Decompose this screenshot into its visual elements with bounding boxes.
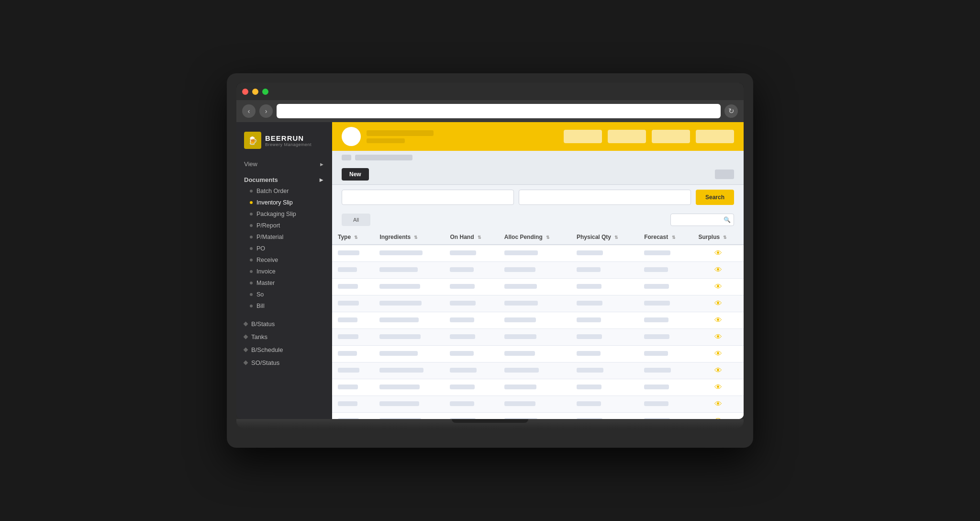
documents-group[interactable]: Documents ► [236, 173, 332, 185]
header-button-2[interactable] [608, 130, 646, 143]
sidebar-item-receive[interactable]: Receive [236, 254, 332, 266]
type-all-button[interactable]: All [342, 214, 370, 226]
view-icon[interactable]: 👁 [714, 316, 722, 324]
sidebar-item-bstatus[interactable]: B/Status [236, 317, 332, 330]
maximize-button[interactable] [262, 89, 268, 95]
sidebar-item-master[interactable]: Master [236, 277, 332, 289]
pmaterial-label: P/Material [256, 234, 283, 240]
sidebar-item-bschedule[interactable]: B/Schedule [236, 343, 332, 356]
view-icon[interactable]: 👁 [714, 366, 722, 374]
cell-surplus[interactable]: 👁 [692, 245, 744, 262]
cell-on-hand [444, 413, 498, 419]
sidebar-item-bill[interactable]: Bill [236, 300, 332, 312]
cell-on-hand [444, 245, 498, 262]
view-icon[interactable]: 👁 [714, 333, 722, 341]
batch-order-label: Batch Order [256, 188, 289, 194]
table-row: 👁 [332, 396, 744, 413]
col-physical-qty[interactable]: Physical Qty ⇅ [571, 230, 638, 245]
header-button-4[interactable] [696, 130, 734, 143]
sidebar-item-tanks[interactable]: Tanks [236, 330, 332, 343]
data-table: Type ⇅ Ingredients ⇅ On Hand ⇅ [332, 230, 744, 419]
refresh-button[interactable]: ↻ [724, 104, 738, 118]
search-box[interactable]: 🔍 [670, 214, 734, 226]
view-icon[interactable]: 👁 [714, 350, 722, 358]
search-button[interactable]: Search [696, 190, 734, 205]
sort-icon: ⇅ [672, 235, 676, 240]
diamond-icon [244, 348, 248, 352]
view-icon[interactable]: 👁 [714, 249, 722, 257]
breadcrumb-text [355, 155, 412, 160]
cell-surplus[interactable]: 👁 [692, 346, 744, 362]
sort-icon: ⇅ [354, 235, 358, 240]
back-button[interactable]: ‹ [242, 104, 256, 118]
col-type[interactable]: Type ⇅ [332, 230, 374, 245]
sidebar-item-preport[interactable]: P/Report [236, 220, 332, 231]
cell-forecast [638, 379, 692, 396]
sidebar-item-pmaterial[interactable]: P/Material [236, 231, 332, 243]
user-name-placeholder [367, 130, 434, 136]
header-button-1[interactable] [564, 130, 602, 143]
cell-physical-qty [571, 329, 638, 346]
sidebar-view-section: View ► [236, 157, 332, 171]
filter-input-2[interactable] [519, 190, 691, 205]
sidebar-item-sostatus[interactable]: SO/Status [236, 356, 332, 369]
minimize-button[interactable] [252, 89, 258, 95]
cell-surplus[interactable]: 👁 [692, 329, 744, 346]
cell-surplus[interactable]: 👁 [692, 295, 744, 312]
cell-surplus[interactable]: 👁 [692, 379, 744, 396]
cell-physical-qty [571, 279, 638, 295]
col-surplus[interactable]: Surplus ⇅ [692, 230, 744, 245]
view-icon[interactable]: 👁 [714, 283, 722, 291]
view-icon[interactable]: 👁 [714, 299, 722, 307]
close-button[interactable] [242, 89, 248, 95]
bschedule-label: B/Schedule [251, 346, 283, 353]
cell-on-hand [444, 312, 498, 329]
sidebar-item-batch-order[interactable]: Batch Order [236, 185, 332, 197]
cell-type [332, 329, 374, 346]
cell-surplus[interactable]: 👁 [692, 396, 744, 413]
cell-on-hand [444, 396, 498, 413]
diamond-icon [244, 335, 248, 340]
view-icon[interactable]: 👁 [714, 266, 722, 274]
laptop-frame: ‹ › ↻ 🍺 BEERRUN Brewery Management View [227, 73, 753, 448]
sidebar-item-so[interactable]: So [236, 289, 332, 300]
search-input[interactable] [674, 217, 722, 223]
header-button-3[interactable] [652, 130, 690, 143]
view-icon[interactable]: 👁 [714, 400, 722, 408]
col-on-hand[interactable]: On Hand ⇅ [444, 230, 498, 245]
sidebar-item-packaging-slip[interactable]: Packaging Slip [236, 208, 332, 220]
sidebar-item-invoice[interactable]: Invoice [236, 266, 332, 277]
bullet-icon [250, 270, 253, 273]
col-ingredients[interactable]: Ingredients ⇅ [374, 230, 444, 245]
col-alloc-pending[interactable]: Alloc Pending ⇅ [499, 230, 571, 245]
cell-on-hand [444, 279, 498, 295]
filter-input-1[interactable] [342, 190, 514, 205]
forward-button[interactable]: › [259, 104, 273, 118]
sub-header [332, 151, 744, 164]
view-icon[interactable]: 👁 [714, 383, 722, 391]
cell-alloc-pending [499, 413, 571, 419]
sidebar-item-inventory-slip[interactable]: Inventory Slip [236, 197, 332, 208]
col-forecast[interactable]: Forecast ⇅ [638, 230, 692, 245]
cell-type [332, 312, 374, 329]
cell-surplus[interactable]: 👁 [692, 312, 744, 329]
new-button[interactable]: New [342, 168, 369, 181]
table-row: 👁 [332, 346, 744, 362]
address-bar[interactable] [277, 104, 721, 118]
cell-forecast [638, 362, 692, 379]
cell-forecast [638, 346, 692, 362]
sidebar-item-po[interactable]: PO [236, 243, 332, 254]
cell-surplus[interactable]: 👁 [692, 362, 744, 379]
cell-surplus[interactable]: 👁 [692, 262, 744, 279]
table-body: 👁 👁 👁 👁 [332, 245, 744, 419]
cell-surplus[interactable]: 👁 [692, 413, 744, 419]
user-sub-placeholder [367, 138, 405, 143]
cell-on-hand [444, 362, 498, 379]
sidebar: 🍺 BEERRUN Brewery Management View ► Docu… [236, 122, 332, 419]
cell-type [332, 245, 374, 262]
documents-arrow-icon: ► [318, 176, 324, 183]
logo-subtitle: Brewery Management [265, 142, 312, 147]
type-filter-row: All 🔍 [332, 210, 744, 230]
toolbar: New [332, 164, 744, 185]
cell-surplus[interactable]: 👁 [692, 279, 744, 295]
